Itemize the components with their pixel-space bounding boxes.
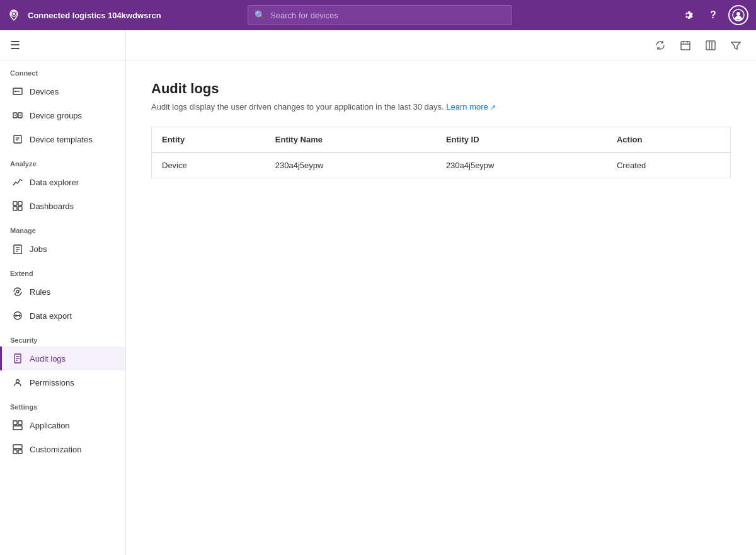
- sidebar-item-label: Data export: [30, 311, 72, 321]
- svg-point-10: [14, 115, 16, 116]
- svg-line-25: [14, 293, 16, 294]
- sidebar-item-label: Rules: [30, 287, 50, 297]
- svg-point-32: [16, 380, 20, 383]
- topbar: Connected logistics 104kwdwsrcn 🔍 ?: [0, 0, 756, 30]
- svg-rect-34: [18, 421, 22, 425]
- svg-rect-37: [13, 450, 17, 454]
- svg-point-3: [736, 12, 740, 16]
- jobs-icon: [12, 243, 23, 255]
- sidebar-item-label: Devices: [30, 87, 59, 96]
- table-header-row: Entity Entity Name Entity ID Action: [152, 127, 731, 153]
- sidebar-item-label: Customization: [30, 445, 81, 454]
- sidebar-item-label: Device groups: [30, 111, 82, 120]
- sidebar-item-label: Device templates: [30, 135, 93, 144]
- content-area: Audit logs Audit logs display the user d…: [126, 30, 756, 555]
- col-action: Action: [607, 127, 731, 153]
- columns-button[interactable]: [701, 35, 721, 55]
- sidebar-item-customization[interactable]: Customization: [0, 437, 125, 461]
- sidebar-item-label: Application: [30, 421, 70, 430]
- sidebar-section-settings: Settings: [0, 394, 125, 413]
- sidebar-item-label: Data explorer: [30, 178, 79, 187]
- time-range-button[interactable]: [675, 35, 696, 55]
- rules-icon: [12, 286, 23, 297]
- hamburger-icon: ☰: [10, 38, 20, 52]
- svg-rect-35: [13, 426, 22, 430]
- sidebar-section-analyze: Analyze: [0, 151, 125, 170]
- filter-button[interactable]: [726, 35, 746, 55]
- svg-line-24: [20, 289, 21, 290]
- dashboards-icon: [12, 200, 23, 212]
- page-description: Audit logs display the user driven chang…: [151, 102, 731, 112]
- permissions-icon: [12, 377, 23, 388]
- svg-rect-33: [13, 421, 17, 425]
- audit-table-body: Device230a4j5eypw230a4j5eypwCreated: [152, 152, 731, 178]
- help-icon: ?: [710, 9, 716, 21]
- help-button[interactable]: ?: [703, 5, 723, 25]
- audit-logs-icon: [12, 353, 23, 364]
- sidebar-item-device-groups[interactable]: Device groups: [0, 103, 125, 127]
- content-toolbar: [126, 30, 756, 60]
- user-avatar[interactable]: [728, 5, 748, 25]
- svg-rect-17: [13, 207, 17, 210]
- sidebar-item-audit-logs[interactable]: Audit logs: [0, 346, 125, 370]
- sidebar-toggle[interactable]: ☰: [0, 30, 125, 60]
- sidebar-item-device-templates[interactable]: Device templates: [0, 127, 125, 151]
- search-input[interactable]: [270, 11, 505, 20]
- sidebar-item-label: Jobs: [30, 244, 47, 254]
- svg-rect-12: [14, 135, 21, 143]
- sidebar-section-extend: Extend: [0, 261, 125, 280]
- svg-point-11: [20, 115, 21, 116]
- svg-rect-18: [18, 207, 22, 210]
- search-icon: 🔍: [255, 10, 265, 20]
- device-templates-icon: [12, 134, 23, 145]
- app-title: Connected logistics 104kwdwsrcn: [28, 11, 161, 20]
- sidebar-item-permissions[interactable]: Permissions: [0, 370, 125, 394]
- col-entity-id: Entity ID: [436, 127, 607, 153]
- svg-point-6: [14, 91, 16, 92]
- svg-rect-15: [13, 202, 17, 205]
- sidebar-item-devices[interactable]: Devices: [0, 79, 125, 103]
- svg-point-23: [16, 290, 19, 293]
- sidebar-item-label: Audit logs: [30, 354, 66, 363]
- svg-rect-16: [18, 202, 22, 205]
- device-groups-icon: [12, 110, 23, 121]
- search-bar[interactable]: 🔍: [248, 5, 512, 25]
- external-link-icon: ↗: [490, 103, 496, 111]
- app-logo-icon: [8, 9, 20, 21]
- audit-table: Entity Entity Name Entity ID Action Devi…: [151, 127, 731, 178]
- sidebar-item-rules[interactable]: Rules: [0, 280, 125, 304]
- sidebar-item-jobs[interactable]: Jobs: [0, 237, 125, 261]
- col-entity: Entity: [152, 127, 265, 153]
- sidebar-section-connect: Connect: [0, 60, 125, 79]
- topbar-right: ?: [678, 5, 748, 25]
- devices-icon: [12, 86, 23, 97]
- page-title: Audit logs: [151, 81, 731, 97]
- learn-more-link[interactable]: Learn more ↗: [446, 102, 496, 112]
- sidebar-section-security: Security: [0, 328, 125, 346]
- main-layout: ☰ Connect Devices: [0, 30, 756, 555]
- svg-rect-36: [13, 445, 22, 449]
- sidebar-item-data-explorer[interactable]: Data explorer: [0, 170, 125, 194]
- sidebar-item-application[interactable]: Application: [0, 413, 125, 437]
- sidebar: ☰ Connect Devices: [0, 30, 126, 555]
- sidebar-section-manage: Manage: [0, 218, 125, 237]
- svg-rect-38: [18, 450, 22, 454]
- svg-rect-39: [681, 42, 690, 50]
- col-entity-name: Entity Name: [265, 127, 436, 153]
- customization-icon: [12, 443, 23, 455]
- sidebar-item-label: Dashboards: [30, 202, 74, 211]
- sidebar-item-data-export[interactable]: Data export: [0, 304, 125, 328]
- application-icon: [12, 420, 23, 431]
- sidebar-item-label: Permissions: [30, 378, 74, 387]
- content-body: Audit logs Audit logs display the user d…: [126, 60, 756, 555]
- table-row[interactable]: Device230a4j5eypw230a4j5eypwCreated: [152, 152, 731, 178]
- settings-button[interactable]: [678, 5, 698, 25]
- data-explorer-icon: [12, 176, 23, 188]
- svg-rect-43: [706, 41, 715, 50]
- sidebar-item-dashboards[interactable]: Dashboards: [0, 194, 125, 218]
- refresh-button[interactable]: [650, 35, 670, 55]
- data-export-icon: [12, 310, 23, 321]
- svg-point-1: [13, 13, 15, 15]
